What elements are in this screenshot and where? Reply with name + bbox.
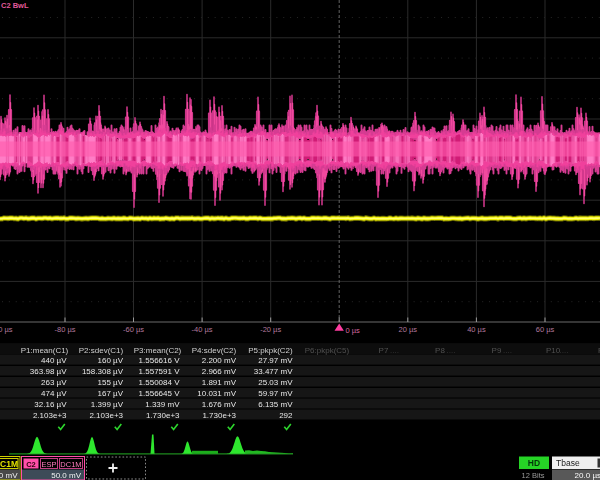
svg-text:DC1M: DC1M [60,460,81,469]
svg-text:P10: P10 [546,346,561,355]
svg-text:32.16 µV: 32.16 µV [34,400,67,409]
svg-text:12 Bits: 12 Bits [522,471,545,480]
svg-text:-100 µs: -100 µs [0,325,13,334]
svg-text:1.339 mV: 1.339 mV [145,400,180,409]
svg-text:-20 µs: -20 µs [260,325,281,334]
svg-text:167 µV: 167 µV [97,389,123,398]
svg-text:....: .... [447,346,456,355]
svg-text:0 mV: 0 mV [0,471,18,480]
svg-text:158.308 µV: 158.308 µV [82,367,124,376]
svg-text:-60 µs: -60 µs [123,325,144,334]
svg-text:2.103e+3: 2.103e+3 [33,411,67,420]
svg-text:1.399 µV: 1.399 µV [91,400,124,409]
svg-text:C2: C2 [26,460,36,469]
svg-text:2.200 mV: 2.200 mV [202,356,237,365]
svg-text:50.0 mV: 50.0 mV [51,471,81,480]
svg-text:1.676 mV: 1.676 mV [202,400,237,409]
svg-text:474 µV: 474 µV [41,389,67,398]
svg-text:263 µV: 263 µV [41,378,67,387]
svg-text:C1M: C1M [0,459,18,469]
svg-text:....: .... [560,346,569,355]
svg-text:P8: P8 [435,346,445,355]
svg-text:Tbase: Tbase [556,458,580,468]
svg-text:-80 µs: -80 µs [55,325,76,334]
svg-text:25.03 mV: 25.03 mV [258,378,293,387]
svg-text:10.031 mV: 10.031 mV [197,389,236,398]
svg-text:60 µs: 60 µs [536,325,555,334]
svg-text:1.730e+3: 1.730e+3 [146,411,180,420]
svg-text:1.557591 V: 1.557591 V [139,367,181,376]
svg-text:40 µs: 40 µs [467,325,486,334]
svg-text:ESP: ESP [41,460,56,469]
svg-text:HD: HD [528,458,540,468]
svg-text:....: .... [503,346,512,355]
svg-text:1.891 mV: 1.891 mV [202,378,237,387]
svg-text:P5:pkpk(C2): P5:pkpk(C2) [248,346,293,355]
svg-text:P6:pkpk(C5): P6:pkpk(C5) [305,346,350,355]
svg-text:1.730e+3: 1.730e+3 [202,411,236,420]
svg-text:2.966 mV: 2.966 mV [202,367,237,376]
svg-text:6.135 mV: 6.135 mV [258,400,293,409]
svg-text:160 µV: 160 µV [97,356,123,365]
svg-text:-40 µs: -40 µs [192,325,213,334]
svg-text:155 µV: 155 µV [97,378,123,387]
svg-text:....: .... [390,346,399,355]
svg-text:P7: P7 [379,346,389,355]
svg-text:P3:mean(C2): P3:mean(C2) [134,346,182,355]
svg-text:33.477 mV: 33.477 mV [254,367,293,376]
svg-text:C2 BwL: C2 BwL [1,1,29,10]
svg-text:20 µs: 20 µs [399,325,418,334]
svg-text:1.556645 V: 1.556645 V [139,389,181,398]
svg-text:292: 292 [279,411,293,420]
svg-text:440 µV: 440 µV [41,356,67,365]
svg-text:27.97 mV: 27.97 mV [258,356,293,365]
svg-text:0 µs: 0 µs [346,326,361,335]
svg-text:P1:mean(C1): P1:mean(C1) [21,346,69,355]
svg-text:P2:sdev(C1): P2:sdev(C1) [79,346,124,355]
svg-text:1.556616 V: 1.556616 V [139,356,181,365]
svg-text:2.103e+3: 2.103e+3 [89,411,123,420]
svg-text:P4:sdev(C2): P4:sdev(C2) [192,346,237,355]
svg-text:20.0 µs: 20.0 µs [575,471,600,480]
svg-text:1.550084 V: 1.550084 V [139,378,181,387]
svg-text:P9: P9 [492,346,502,355]
svg-text:363.98 µV: 363.98 µV [30,367,67,376]
svg-text:59.97 mV: 59.97 mV [258,389,293,398]
